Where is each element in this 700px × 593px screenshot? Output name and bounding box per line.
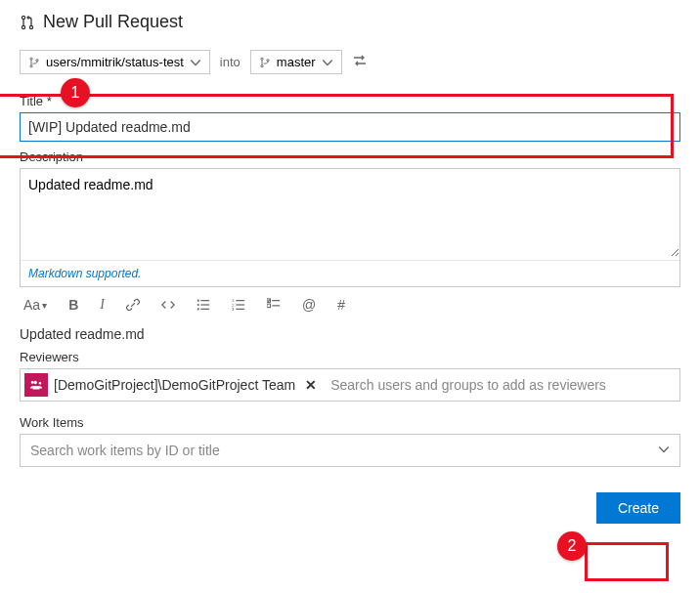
chevron-down-icon [322,57,333,68]
pull-request-icon [20,15,35,30]
hashtag-button[interactable]: # [337,297,345,313]
svg-rect-14 [200,309,209,310]
into-label: into [220,55,241,69]
branch-icon [28,57,40,68]
code-button[interactable] [161,298,175,312]
svg-point-2 [29,25,32,28]
svg-rect-13 [200,304,209,305]
svg-rect-24 [272,305,280,306]
svg-point-5 [36,59,38,61]
required-mark: * [47,94,52,108]
work-items-dropdown[interactable]: Search work items by ID or title [20,434,680,467]
svg-point-9 [197,300,199,302]
title-input[interactable] [20,112,680,142]
svg-point-1 [22,25,24,28]
svg-rect-18 [236,300,244,301]
description-label: Description [20,149,680,164]
branch-icon [259,57,271,68]
reviewers-label: Reviewers [20,350,680,364]
svg-rect-20 [236,309,244,310]
mention-button[interactable]: @ [302,297,316,313]
reviewer-chip: [DemoGitProject]\DemoGitProject Team ✕ [24,373,321,397]
svg-point-8 [267,59,269,61]
svg-text:3: 3 [232,307,235,312]
svg-rect-12 [200,300,209,301]
svg-rect-19 [236,304,244,305]
checklist-button[interactable] [267,298,281,312]
svg-point-0 [22,16,24,19]
chevron-down-icon [658,444,670,458]
reviewer-chip-label: [DemoGitProject]\DemoGitProject Team [54,377,295,393]
create-button[interactable]: Create [596,492,680,524]
svg-point-7 [261,64,263,66]
font-size-dropdown[interactable]: Aa▾ [23,297,47,313]
link-button[interactable] [126,298,140,312]
svg-point-6 [261,58,263,60]
numbered-list-button[interactable]: 123 [232,298,245,312]
team-avatar-icon [24,373,48,397]
title-label: Title [20,94,43,108]
reviewers-search-input[interactable] [327,373,676,397]
source-branch-label: users/mmitrik/status-test [46,55,184,69]
svg-rect-22 [267,304,271,308]
work-items-label: Work Items [20,415,680,430]
svg-point-10 [197,304,199,306]
svg-point-11 [197,308,199,310]
bold-button[interactable]: B [68,297,78,313]
svg-point-3 [30,58,32,60]
annotation-number-2: 2 [557,531,587,535]
svg-rect-23 [272,300,280,301]
description-preview: Updated readme.md [20,326,680,342]
source-branch-dropdown[interactable]: users/mmitrik/status-test [20,50,210,74]
italic-button[interactable]: I [100,297,105,313]
chevron-down-icon [190,57,201,68]
swap-branches-button[interactable] [352,54,368,70]
formatting-toolbar: Aa▾ B I 123 @ # [20,287,680,322]
svg-point-4 [30,64,32,66]
bullet-list-button[interactable] [197,298,210,312]
target-branch-label: master [277,55,316,69]
work-items-placeholder: Search work items by ID or title [30,443,220,458]
reviewers-input-container[interactable]: [DemoGitProject]\DemoGitProject Team ✕ [20,368,680,402]
page-title: New Pull Request [43,12,183,32]
annotation-number-1: 1 [61,78,90,107]
description-textarea[interactable] [21,169,679,257]
remove-reviewer-button[interactable]: ✕ [301,377,321,393]
markdown-supported-link[interactable]: Markdown supported. [28,267,141,280]
target-branch-dropdown[interactable]: master [250,50,342,74]
